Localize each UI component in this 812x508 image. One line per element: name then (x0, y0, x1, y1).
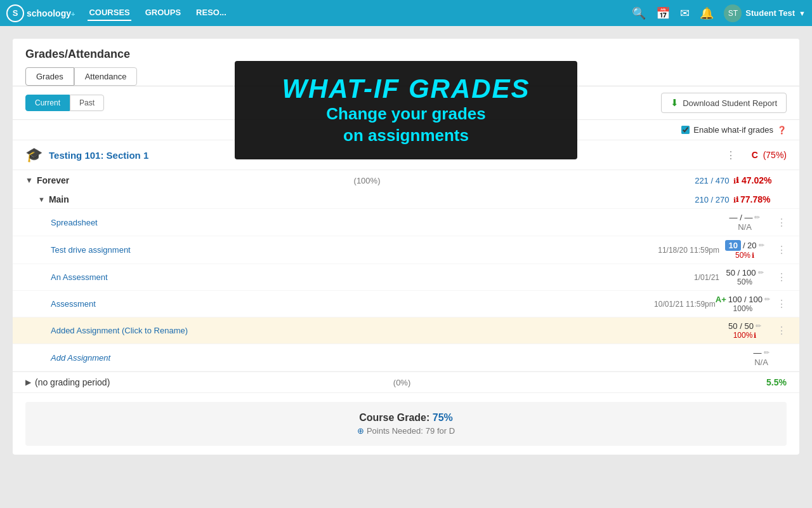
edit-score-icon[interactable]: ✏ (764, 295, 770, 304)
period-name: Forever (37, 175, 351, 185)
category-main-row[interactable]: ▼ Main 210 / 270 ℹ ℹ 77.78% (13, 190, 799, 209)
nav-groups[interactable]: GROUPS (144, 5, 182, 21)
assignment-name[interactable]: Spreadsheet (51, 218, 719, 227)
period-points: 221 / 470 ℹ (695, 176, 736, 185)
assignment-score: — / — ✏ N/A (719, 213, 770, 232)
edit-score-icon[interactable]: ✏ (759, 241, 764, 250)
assignment-menu-icon[interactable]: ⋮ (776, 217, 787, 229)
edit-score-icon[interactable]: ✏ (764, 349, 769, 357)
score-pct: 50% ℹ (735, 251, 754, 260)
period-warn-icon: ℹ (736, 176, 739, 185)
assignment-due: 11/18/20 11:59pm (658, 246, 719, 255)
course-grade-section: Course Grade: 75% ⊕ Points Needed: 79 fo… (25, 402, 787, 446)
assignment-due: 1/01/21 (694, 273, 719, 282)
score-pct: 100% (733, 304, 753, 313)
no-grading-period-row[interactable]: ▶ (no grading period) (0%) 5.5% (13, 372, 799, 393)
logo-icon: S (6, 4, 24, 22)
edit-score-icon[interactable]: ✏ (758, 269, 764, 277)
nav-courses[interactable]: COURSES (88, 5, 131, 21)
score-na: N/A (754, 358, 768, 367)
user-menu[interactable]: ST Student Test ▼ (724, 4, 806, 22)
nav-icons: 🔍 📅 ✉ 🔔 ST Student Test ▼ (632, 4, 806, 22)
assignment-row-added: Added Assignment (Click to Rename) 50 / … (13, 318, 799, 344)
logo[interactable]: S schoology+ (6, 4, 75, 22)
main-content: Grades/Attendance Grades Attendance Curr… (0, 26, 812, 508)
assignment-score: 10 / 20 ✏ 50% ℹ (719, 240, 770, 260)
category-points: 210 / 270 ℹ (695, 195, 736, 204)
score-warn-icon: ℹ (754, 331, 756, 340)
period-expand-icon: ▼ (25, 176, 33, 185)
whatif-subtitle: Change your gradeson assignments (326, 104, 485, 147)
edit-score-icon[interactable]: ✏ (756, 322, 761, 330)
assignment-score: — ✏ N/A (736, 348, 787, 367)
assignment-name[interactable]: An Assessment (51, 272, 688, 282)
score-value: A+ 100 / 100 ✏ (716, 295, 770, 304)
assignment-score: 50 / 100 ✏ 50% (719, 268, 770, 286)
download-label: Download Student Report (683, 98, 777, 108)
assignment-menu-icon[interactable]: ⋮ (776, 271, 787, 283)
points-needed-value: 79 for D (426, 426, 455, 436)
category-pct: ℹ 77.78% (736, 194, 787, 204)
score-pct: 50% (737, 277, 752, 286)
assignment-row: Test drive assignment 11/18/20 11:59pm 1… (13, 236, 799, 264)
course-icon: 🎓 (25, 147, 43, 163)
username: Student Test (745, 8, 795, 18)
user-chevron-icon: ▼ (799, 10, 806, 17)
download-report-button[interactable]: ⬇ Download Student Report (661, 93, 787, 113)
search-icon[interactable]: 🔍 (632, 6, 646, 20)
period-forever-header[interactable]: ▼ Forever (100%) 221 / 470 ℹ ℹ 47.02% (13, 170, 799, 190)
assignment-menu-icon[interactable]: ⋮ (776, 298, 787, 310)
whatif-help-icon[interactable]: ❓ (777, 126, 787, 135)
score-text: — (754, 348, 762, 358)
category-name: Main (49, 194, 372, 204)
assignment-score: A+ 100 / 100 ✏ 100% (716, 295, 770, 313)
assignment-row: Spreadsheet — / — ✏ N/A ⋮ (13, 209, 799, 236)
assignment-due: 10/01/21 11:59pm (654, 300, 716, 309)
tab-grades[interactable]: Grades (25, 67, 74, 86)
nav-resources[interactable]: RESO... (195, 5, 228, 21)
assignment-name[interactable]: Added Assignment (Click to Rename) (51, 326, 719, 335)
score-text: 50 / 100 (726, 268, 756, 277)
assignment-row: Assessment 10/01/21 11:59pm A+ 100 / 100… (13, 291, 799, 318)
top-navigation: S schoology+ COURSES GROUPS RESO... 🔍 📅 … (0, 0, 812, 26)
period-buttons: Current Past (25, 95, 104, 111)
whatif-checkbox[interactable] (681, 126, 690, 134)
assignment-name[interactable]: Test drive assignment (51, 245, 652, 255)
tab-attendance[interactable]: Attendance (74, 67, 138, 86)
score-value: — ✏ (754, 348, 769, 358)
assignment-menu-icon[interactable]: ⋮ (776, 244, 787, 256)
score-value: 50 / 100 ✏ (726, 268, 764, 277)
score-text: — / — (730, 213, 753, 222)
page-title: Grades/Attendance (25, 48, 787, 61)
current-period-button[interactable]: Current (25, 95, 70, 111)
add-assignment-link[interactable]: Add Assignment (51, 353, 736, 363)
add-assignment-row: Add Assignment — ✏ N/A (13, 344, 799, 371)
course-grade-text: Course Grade: 75% (38, 412, 774, 424)
assignment-score: 50 / 50 ✏ 100% ℹ (719, 321, 770, 340)
score-text: 50 / 50 (728, 321, 754, 331)
edit-score-icon[interactable]: ✏ (754, 213, 760, 222)
no-period-name: (no grading period) (35, 377, 391, 387)
past-period-button[interactable]: Past (70, 95, 104, 111)
grading-period-forever: ▼ Forever (100%) 221 / 470 ℹ ℹ 47.02% ▼ (13, 170, 799, 372)
no-period-pct: 5.5% (766, 377, 787, 387)
course-grade-pct: (75%) (763, 150, 787, 160)
assignment-name[interactable]: Assessment (51, 299, 648, 309)
logo-plus: + (71, 10, 75, 18)
course-options-icon[interactable]: ⋮ (726, 149, 736, 161)
course-grade-letter: C (752, 150, 758, 160)
avatar: ST (724, 4, 742, 22)
messages-icon[interactable]: ✉ (680, 6, 690, 20)
notifications-icon[interactable]: 🔔 (700, 6, 714, 20)
points-needed-icon: ⊕ (357, 426, 364, 436)
whatif-label: Enable what-if grades (693, 125, 773, 135)
score-grade: A+ (716, 295, 726, 304)
score-value: — / — ✏ (730, 213, 761, 222)
assignment-row: An Assessment 1/01/21 50 / 100 ✏ 50% ⋮ (13, 264, 799, 291)
course-grade-pct: 75% (433, 412, 453, 423)
score-highlighted: 10 (725, 240, 740, 251)
category-expand-icon: ▼ (38, 196, 45, 203)
assignment-menu-icon[interactable]: ⋮ (776, 324, 787, 337)
calendar-icon[interactable]: 📅 (656, 6, 670, 20)
points-needed: ⊕ Points Needed: 79 for D (38, 426, 774, 436)
